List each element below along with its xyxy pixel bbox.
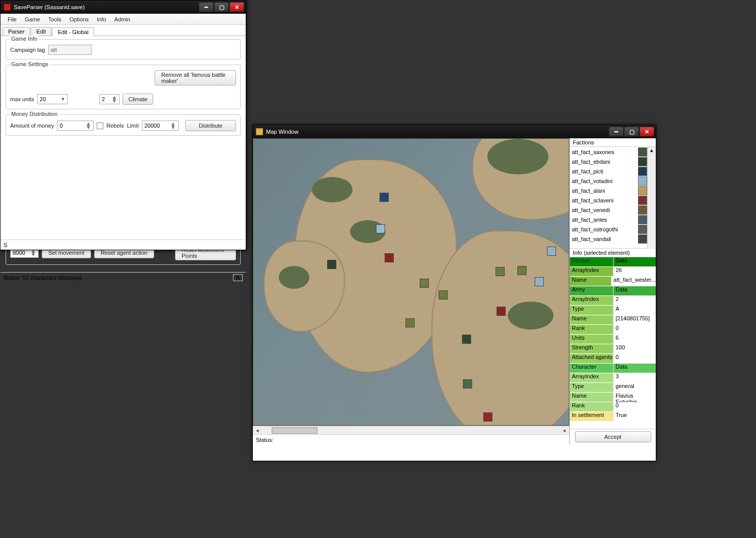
faction-name: att_fact_ostrogothi [570,226,637,232]
status-label: S [4,242,7,248]
minimize-button[interactable]: ━ [609,127,623,136]
scroll-thumb[interactable] [272,427,317,434]
info-row[interactable]: Attached agents0 [570,354,656,364]
faction-list-scrollbar[interactable]: ▴ [647,147,656,249]
map-marker[interactable] [385,253,394,262]
info-row[interactable]: ArrayIndex28 [570,267,656,277]
accept-button[interactable]: Accept [575,431,651,442]
window-title: SaveParser (Sassanid.save) [14,4,198,10]
menu-tools[interactable]: Tools [44,15,66,23]
faction-row[interactable]: att_fact_sclaveni [570,195,647,205]
map-marker[interactable] [547,247,556,256]
info-row[interactable]: Name[2140801755] [570,315,656,325]
menu-file[interactable]: File [4,15,21,23]
info-row[interactable]: TypeA [570,306,656,315]
map-marker[interactable] [517,266,527,275]
map-marker[interactable] [420,279,429,288]
faction-row[interactable]: att_fact_vandali [570,234,647,244]
faction-name: att_fact_ebdani [570,159,637,165]
tab-parser[interactable]: Parser [3,27,30,36]
map-marker[interactable] [497,307,506,316]
info-row[interactable]: In settlementTrue [570,412,656,422]
info-row[interactable]: NameFlavius Eutychia... [570,393,656,402]
faction-color-swatch [638,205,647,215]
info-row[interactable]: Typegeneral [570,383,656,393]
map-marker[interactable] [463,379,472,388]
faction-list[interactable]: att_fact_saxonesatt_fact_ebdaniatt_fact_… [570,147,647,249]
window-title: Map Window [266,129,608,135]
map-marker[interactable] [380,193,389,202]
map-marker[interactable] [462,335,471,344]
tab-edit-global[interactable]: Edit - Global [52,27,94,36]
faction-row[interactable]: att_fact_picti [570,166,647,176]
faction-row[interactable]: att_fact_saxones [570,147,647,157]
scroll-right-icon[interactable]: ▸ [561,427,569,434]
info-row[interactable]: Rank0 [570,402,656,412]
menu-info[interactable]: Info [93,15,110,23]
faction-color-swatch [638,157,647,166]
maximize-button[interactable]: ▢ [214,3,228,12]
map-marker[interactable] [483,412,492,422]
info-row[interactable]: ArrayIndex2 [570,296,656,306]
rebels-checkbox[interactable] [97,123,103,129]
close-button[interactable]: ✕ [229,3,244,12]
info-row[interactable]: ArmyData [570,286,656,296]
side-panel: Factions att_fact_saxonesatt_fact_ebdani… [569,138,656,444]
amount-spinner[interactable]: 0▲▼ [57,121,94,131]
info-key: Army [570,286,613,295]
faction-color-swatch [638,147,647,157]
info-row[interactable]: Units6 [570,335,656,344]
menu-game[interactable]: Game [21,15,44,23]
faction-row[interactable]: att_fact_ebdani [570,157,647,166]
statusbar: Status: 52 characters displayed. A [1,272,246,282]
faction-row[interactable]: att_fact_venedi [570,205,647,215]
info-row[interactable]: Strength100 [570,344,656,354]
menu-admin[interactable]: Admin [110,15,134,23]
chevron-down-icon: ▼ [61,97,65,102]
info-row[interactable]: CharacterData [570,364,656,373]
faction-row[interactable]: att_fact_alani [570,186,647,195]
horizontal-scrollbar[interactable]: ◂ ▸ [253,426,569,434]
info-value: Data [613,286,656,295]
titlebar[interactable]: SaveParser (Sassanid.save) ━ ▢ ✕ [1,1,246,14]
map-marker[interactable] [376,224,385,233]
campaign-tag-field: att [48,45,92,55]
map-marker[interactable] [496,267,505,276]
info-value: general [613,383,656,392]
info-row[interactable]: Rank0 [570,325,656,335]
faction-row[interactable]: att_fact_votadini [570,176,647,186]
remove-famous-battle-maker-button[interactable]: Remove all 'famous battle maker' [155,70,236,85]
limit-spinner[interactable]: 20000▲▼ [142,121,179,131]
tabstrip: Parser Edit Edit - Global [1,25,246,36]
info-row[interactable]: ArrayIndex3 [570,373,656,383]
titlebar[interactable]: Map Window ━ ▢ ✕ [253,125,656,138]
amount-label: Amount of money [10,123,54,129]
info-value: Data [613,257,656,266]
info-row[interactable]: FactionData [570,257,656,267]
client-area: Game Info Campaign tag att Game Settings… [1,36,246,143]
map-marker[interactable] [535,277,544,286]
tab-edit[interactable]: Edit [31,27,51,36]
close-button[interactable]: ✕ [639,127,654,136]
distribute-button[interactable]: Distribute [185,120,236,131]
info-value: 0 [613,354,656,363]
map-marker[interactable] [327,260,336,269]
scroll-left-icon[interactable]: ◂ [253,427,261,434]
statusbar: Status: [253,434,569,444]
map-marker[interactable] [405,318,415,327]
maximize-button[interactable]: ▢ [624,127,638,136]
faction-color-swatch [638,167,647,176]
info-row[interactable]: Nameatt_fact_wester... [570,277,656,286]
faction-row[interactable]: att_fact_ostrogothi [570,224,647,234]
max-units-combo[interactable]: 20▼ [37,94,68,104]
info-key: Faction [570,257,613,266]
minimize-button[interactable]: ━ [199,3,213,12]
climate-button[interactable]: Climate [123,94,153,105]
menu-options[interactable]: Options [65,15,93,23]
map-marker[interactable] [439,290,448,300]
info-table[interactable]: FactionDataArrayIndex28Nameatt_fact_west… [570,257,656,429]
climate-spinner[interactable]: 2▲▼ [99,94,120,104]
map-canvas[interactable] [253,138,569,426]
faction-row[interactable]: att_fact_antes [570,215,647,224]
info-key: ArrayIndex [570,267,613,276]
